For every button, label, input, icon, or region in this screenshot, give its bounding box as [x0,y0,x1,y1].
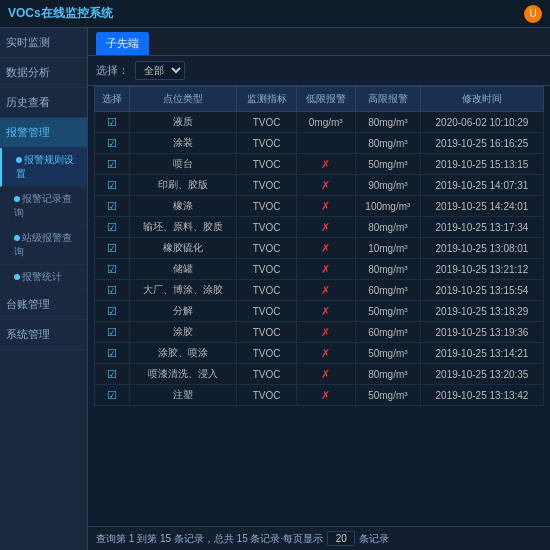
cross-icon: ✗ [321,305,330,317]
high-alarm-cell: 80mg/m³ [355,112,420,133]
dot-icon [14,235,20,241]
low-alarm-cell: ✗ [296,280,355,301]
low-alarm-cell: 0mg/m³ [296,112,355,133]
check-cell[interactable]: ☑ [95,259,130,280]
col-time: 修改时间 [420,87,543,112]
tab-bar: 子先端 [88,28,550,56]
sidebar-sub-alarm-log[interactable]: 报警统计 [0,265,87,290]
indicator-cell: TVOC [237,217,296,238]
table-row: ☑橡涤TVOC✗100mg/m³2019-10-25 14:24:01 [95,196,544,217]
user-avatar[interactable]: U [524,5,542,23]
cross-icon: ✗ [321,326,330,338]
check-icon: ☑ [107,116,117,128]
cross-icon: ✗ [321,179,330,191]
high-alarm-cell: 60mg/m³ [355,280,420,301]
indicator-cell: TVOC [237,322,296,343]
check-cell[interactable]: ☑ [95,175,130,196]
check-cell[interactable]: ☑ [95,343,130,364]
high-alarm-cell: 50mg/m³ [355,385,420,406]
app-title: VOCs在线监控系统 [8,5,113,22]
sidebar-sub-alarm-records[interactable]: 报警记录查询 [0,187,87,226]
pagination: 查询第 1 到第 15 条记录，总共 15 条记录·每页显示 条记录 [88,526,550,550]
time-cell: 2019-10-25 13:18:29 [420,301,543,322]
cross-icon: ✗ [321,284,330,296]
check-icon: ☑ [107,347,117,359]
check-cell[interactable]: ☑ [95,301,130,322]
type-cell: 分解 [130,301,237,322]
check-cell[interactable]: ☑ [95,154,130,175]
indicator-cell: TVOC [237,175,296,196]
check-cell[interactable]: ☑ [95,280,130,301]
sidebar-item-history[interactable]: 历史查看 [0,88,87,118]
table-row: ☑喷台TVOC✗50mg/m³2019-10-25 15:13:15 [95,154,544,175]
data-table: 选择 点位类型 监测指标 低限报警 高限报警 修改时间 ☑液质TVOC0mg/m… [94,86,544,406]
time-cell: 2020-06-02 10:10:29 [420,112,543,133]
indicator-cell: TVOC [237,364,296,385]
check-cell[interactable]: ☑ [95,133,130,154]
high-alarm-cell: 50mg/m³ [355,343,420,364]
toolbar: 选择： 全部 [88,56,550,86]
low-alarm-cell: ✗ [296,259,355,280]
low-alarm-cell: ✗ [296,175,355,196]
type-cell: 印刷、胶版 [130,175,237,196]
high-alarm-cell: 80mg/m³ [355,364,420,385]
dot-icon [16,157,22,163]
type-cell: 喷漆清洗、浸入 [130,364,237,385]
type-cell: 喷台 [130,154,237,175]
tab-active[interactable]: 子先端 [96,32,149,55]
check-icon: ☑ [107,389,117,401]
sidebar-item-platform[interactable]: 台账管理 [0,290,87,320]
col-type: 点位类型 [130,87,237,112]
high-alarm-cell: 60mg/m³ [355,322,420,343]
low-alarm-cell: ✗ [296,322,355,343]
high-alarm-cell: 50mg/m³ [355,154,420,175]
sidebar-item-system[interactable]: 系统管理 [0,320,87,350]
type-cell: 涂胶 [130,322,237,343]
page-size-input[interactable] [327,531,355,546]
check-cell[interactable]: ☑ [95,196,130,217]
sidebar-item-dataanalysis[interactable]: 数据分析 [0,58,87,88]
indicator-cell: TVOC [237,112,296,133]
type-cell: 储罐 [130,259,237,280]
table-container: 选择 点位类型 监测指标 低限报警 高限报警 修改时间 ☑液质TVOC0mg/m… [88,86,550,526]
time-cell: 2019-10-25 14:07:31 [420,175,543,196]
high-alarm-cell: 80mg/m³ [355,259,420,280]
check-icon: ☑ [107,200,117,212]
indicator-cell: TVOC [237,154,296,175]
table-header-row: 选择 点位类型 监测指标 低限报警 高限报警 修改时间 [95,87,544,112]
check-cell[interactable]: ☑ [95,238,130,259]
check-cell[interactable]: ☑ [95,322,130,343]
low-alarm-cell: ✗ [296,385,355,406]
cross-icon: ✗ [321,242,330,254]
type-cell: 涂装 [130,133,237,154]
high-alarm-cell: 10mg/m³ [355,238,420,259]
type-select[interactable]: 全部 [135,61,185,80]
indicator-cell: TVOC [237,343,296,364]
high-alarm-cell: 80mg/m³ [355,217,420,238]
time-cell: 2019-10-25 13:19:36 [420,322,543,343]
alarm-label: 报警管理 [6,125,50,140]
sidebar-item-realtime[interactable]: 实时监测 [0,28,87,58]
col-low-alarm: 低限报警 [296,87,355,112]
type-cell: 输坯、原料、胶质 [130,217,237,238]
table-row: ☑喷漆清洗、浸入TVOC✗80mg/m³2019-10-25 13:20:35 [95,364,544,385]
time-cell: 2019-10-25 13:08:01 [420,238,543,259]
table-row: ☑液质TVOC0mg/m³80mg/m³2020-06-02 10:10:29 [95,112,544,133]
indicator-cell: TVOC [237,133,296,154]
check-cell[interactable]: ☑ [95,217,130,238]
check-icon: ☑ [107,284,117,296]
sidebar-sub-site-alarm[interactable]: 站级报警查询 [0,226,87,265]
time-cell: 2019-10-25 13:14:21 [420,343,543,364]
check-cell[interactable]: ☑ [95,112,130,133]
check-cell[interactable]: ☑ [95,364,130,385]
check-cell[interactable]: ☑ [95,385,130,406]
low-alarm-cell: ✗ [296,196,355,217]
sidebar-sub-alarm-rules[interactable]: 报警规则设置 [0,148,87,187]
sidebar-item-alarm[interactable]: 报警管理 [0,118,87,148]
cross-icon: ✗ [321,221,330,233]
header: VOCs在线监控系统 U [0,0,550,28]
main-content: 子先端 选择： 全部 选择 点位类型 监测指标 低限报警 高限报警 修改时间 [88,28,550,550]
toolbar-label: 选择： [96,63,129,78]
table-row: ☑注塑TVOC✗50mg/m³2019-10-25 13:13:42 [95,385,544,406]
time-cell: 2019-10-25 16:16:25 [420,133,543,154]
